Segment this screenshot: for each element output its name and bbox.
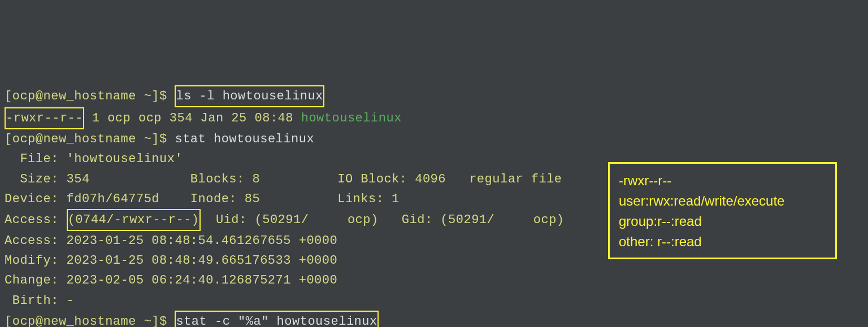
prompt: [ocp@new_hostname ~]$ bbox=[5, 315, 175, 327]
terminal-line-1: [ocp@new_hostname ~]$ ls -l howtouselinu… bbox=[5, 85, 863, 107]
legend-group: group:r--:read bbox=[619, 211, 826, 232]
stat-access-label: Access: bbox=[5, 213, 67, 227]
cmd-stat-a: stat -c "%a" howtouselinux bbox=[175, 311, 378, 327]
stat-access-perms: (0744/-rwxr--r--) bbox=[67, 209, 201, 231]
legend-perm-string: -rwxr--r-- bbox=[619, 171, 826, 191]
ls-permissions: -rwxr--r-- bbox=[5, 107, 84, 129]
prompt: [ocp@new_hostname ~]$ bbox=[5, 89, 175, 103]
ls-filename: howtouselinux bbox=[301, 111, 402, 125]
ls-details: 1 ocp ocp 354 Jan 25 08:48 bbox=[84, 111, 301, 125]
permissions-legend: -rwxr--r-- user:rwx:read/write/execute g… bbox=[608, 162, 837, 259]
terminal-line-cmd3: [ocp@new_hostname ~]$ stat -c "%a" howto… bbox=[5, 311, 863, 327]
cmd-ls: ls -l howtouselinux bbox=[175, 85, 324, 107]
terminal-line-2: -rwxr--r-- 1 ocp ocp 354 Jan 25 08:48 ho… bbox=[5, 107, 863, 129]
legend-other: other: r--:read bbox=[619, 232, 826, 252]
prompt: [ocp@new_hostname ~]$ bbox=[5, 132, 175, 146]
stat-birth: Birth: - bbox=[5, 291, 863, 311]
legend-user: user:rwx:read/write/execute bbox=[619, 191, 826, 211]
terminal-line-3: [ocp@new_hostname ~]$ stat howtouselinux bbox=[5, 129, 863, 149]
cmd-stat: stat howtouselinux bbox=[175, 132, 314, 146]
stat-change: Change: 2023-02-05 06:24:40.126875271 +0… bbox=[5, 271, 863, 290]
stat-access-rest: Uid: (50291/ ocp) Gid: (50291/ ocp) bbox=[201, 213, 565, 227]
